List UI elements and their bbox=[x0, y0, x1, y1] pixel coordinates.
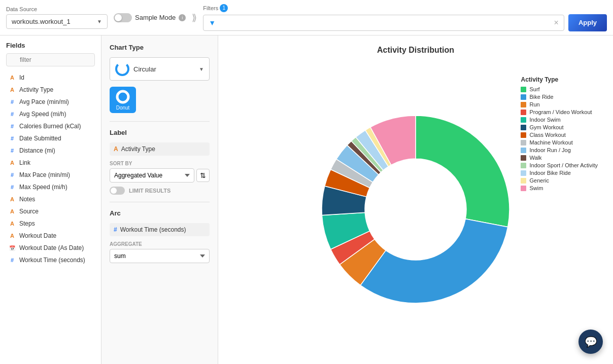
arc-field-name: Workout Time (seconds) bbox=[120, 226, 186, 233]
field-name: Workout Date (As Date) bbox=[19, 244, 84, 251]
field-item[interactable]: AWorkout Date bbox=[6, 230, 95, 242]
legend-swatch bbox=[521, 155, 526, 161]
field-item[interactable]: #Max Pace (min/mi) bbox=[6, 169, 95, 181]
field-type-icon: # bbox=[8, 123, 16, 129]
sort-direction-button[interactable]: ⇅ bbox=[196, 169, 210, 182]
legend-item: Bike Ride bbox=[521, 94, 598, 100]
field-item[interactable]: #Calories Burned (kCal) bbox=[6, 120, 95, 132]
field-type-icon: A bbox=[8, 75, 16, 81]
data-source-dropdown[interactable]: workouts.workout_1 ▼ bbox=[6, 14, 108, 29]
field-item[interactable]: ASteps bbox=[6, 217, 95, 230]
legend-item: Gym Workout bbox=[521, 124, 598, 130]
legend-label: Machine Workout bbox=[529, 139, 572, 145]
field-type-icon: A bbox=[8, 233, 16, 239]
label-field-name: Activity Type bbox=[121, 145, 155, 153]
chevron-down-icon: ▼ bbox=[97, 19, 102, 24]
legend-swatch bbox=[521, 140, 526, 145]
field-name: Id bbox=[19, 74, 24, 81]
main-layout: Fields 🔍 AIdAActivity Type#Avg Pace (min… bbox=[0, 35, 613, 364]
field-item[interactable]: #Date Submitted bbox=[6, 132, 95, 144]
field-type-icon: # bbox=[8, 148, 16, 154]
limit-toggle-knob bbox=[111, 188, 117, 194]
clear-filter-icon[interactable]: × bbox=[554, 18, 559, 27]
legend-label: Run bbox=[529, 101, 539, 107]
donut-chart-button[interactable]: Donut bbox=[110, 87, 136, 113]
limit-results-toggle[interactable] bbox=[110, 187, 125, 195]
filter-input[interactable] bbox=[220, 19, 550, 26]
field-item[interactable]: #Avg Pace (min/mi) bbox=[6, 96, 95, 108]
field-item[interactable]: ASource bbox=[6, 205, 95, 217]
legend-item: Indoor Swim bbox=[521, 117, 598, 123]
field-item[interactable]: #Avg Speed (mi/h) bbox=[6, 108, 95, 120]
legend-item: Class Workout bbox=[521, 132, 598, 138]
field-item[interactable]: #Workout Time (seconds) bbox=[6, 254, 95, 266]
legend: Activity Type SurfBike RideRunProgram / … bbox=[521, 76, 598, 193]
limit-toggle-row: LIMIT RESULTS bbox=[110, 187, 210, 195]
filters-label: Filters 1 bbox=[203, 4, 607, 12]
chart-type-left: Circular bbox=[115, 62, 156, 76]
label-field-icon: A bbox=[114, 145, 118, 153]
sample-mode-info-icon[interactable]: i bbox=[179, 14, 186, 21]
legend-swatch bbox=[521, 132, 526, 138]
field-name: Source bbox=[19, 208, 39, 215]
legend-items: SurfBike RideRunProgram / Video WorkoutI… bbox=[521, 86, 598, 191]
legend-label: Gym Workout bbox=[529, 124, 563, 130]
chart-title: Activity Distribution bbox=[377, 46, 454, 55]
divider bbox=[110, 121, 210, 122]
legend-label: Indoor Swim bbox=[529, 117, 560, 123]
field-item[interactable]: AActivity Type bbox=[6, 84, 95, 96]
fields-panel: Fields 🔍 AIdAActivity Type#Avg Pace (min… bbox=[0, 35, 101, 364]
field-item[interactable]: 📅Workout Date (As Date) bbox=[6, 242, 95, 254]
chart-type-dropdown[interactable]: Circular ▼ bbox=[110, 57, 210, 81]
sample-mode-toggle[interactable] bbox=[114, 13, 132, 22]
field-name: Notes bbox=[19, 196, 35, 203]
fields-title: Fields bbox=[6, 42, 95, 49]
field-type-icon: A bbox=[8, 196, 16, 202]
data-source-section: Data Source workouts.workout_1 ▼ bbox=[6, 6, 108, 29]
aggregate-select[interactable]: sum bbox=[110, 249, 210, 263]
field-name: Date Submitted bbox=[19, 135, 61, 142]
legend-item: Indoor Sport / Other Activity bbox=[521, 162, 598, 168]
field-type-icon: # bbox=[8, 135, 16, 141]
sort-by-label: SORT BY bbox=[110, 161, 210, 166]
field-item[interactable]: #Distance (mi) bbox=[6, 144, 95, 157]
field-name: Max Speed (mi/h) bbox=[19, 184, 67, 191]
field-item[interactable]: #Max Speed (mi/h) bbox=[6, 181, 95, 193]
legend-swatch bbox=[521, 163, 526, 168]
donut-segment bbox=[416, 116, 509, 227]
legend-swatch bbox=[521, 110, 526, 115]
field-type-icon: A bbox=[8, 208, 16, 214]
label-section-title: Label bbox=[110, 129, 210, 136]
legend-item: Indoor Bike Ride bbox=[521, 170, 598, 176]
field-name: Distance (mi) bbox=[19, 147, 55, 154]
field-type-icon: # bbox=[8, 99, 16, 105]
legend-label: Walk bbox=[529, 155, 541, 161]
field-item[interactable]: ANotes bbox=[6, 193, 95, 205]
donut-segment bbox=[360, 219, 507, 303]
field-type-icon: A bbox=[8, 87, 16, 93]
legend-label: Bike Ride bbox=[529, 94, 553, 100]
chart-type-value: Circular bbox=[133, 65, 156, 73]
legend-swatch bbox=[521, 117, 526, 123]
legend-label: Indoor Bike Ride bbox=[529, 170, 570, 176]
legend-item: Program / Video Workout bbox=[521, 109, 598, 115]
arc-section-title: Arc bbox=[110, 209, 210, 217]
chat-button[interactable]: 💬 bbox=[578, 330, 603, 354]
field-type-icon: # bbox=[8, 172, 16, 178]
top-bar: Data Source workouts.workout_1 ▼ Sample … bbox=[0, 0, 613, 35]
filter-icon: ▼ bbox=[209, 19, 216, 27]
sort-row: Aggregated Value ⇅ bbox=[110, 168, 210, 183]
legend-title: Activity Type bbox=[521, 76, 598, 83]
chevron-down-icon: ▼ bbox=[199, 66, 204, 72]
legend-item: Walk bbox=[521, 155, 598, 161]
legend-swatch bbox=[521, 125, 526, 130]
field-type-icon: # bbox=[8, 184, 16, 190]
apply-button[interactable]: Apply bbox=[568, 14, 607, 31]
sort-by-select[interactable]: Aggregated Value bbox=[110, 168, 194, 183]
svg-point-1 bbox=[120, 94, 126, 100]
field-item[interactable]: ALink bbox=[6, 157, 95, 169]
circular-chart-icon bbox=[115, 62, 129, 76]
field-name: Avg Speed (mi/h) bbox=[19, 111, 66, 118]
field-search-input[interactable] bbox=[6, 53, 95, 66]
field-item[interactable]: AId bbox=[6, 71, 95, 84]
